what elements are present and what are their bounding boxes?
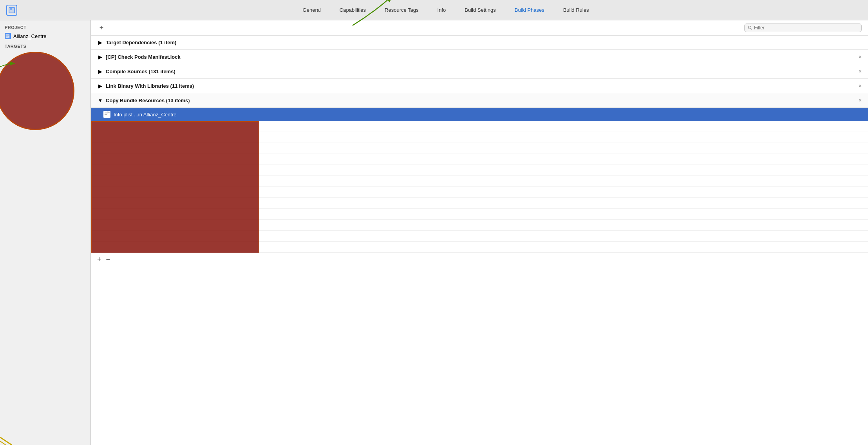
tab-build-settings[interactable]: Build Settings [455, 4, 505, 16]
project-name: Allianz_Centre [13, 33, 47, 39]
empty-row [91, 132, 868, 143]
chevron-right-icon: ▶ [97, 40, 103, 45]
annotation-circle-sidebar [0, 52, 74, 130]
svg-rect-2 [10, 8, 12, 10]
chevron-down-icon: ▼ [97, 98, 103, 103]
phase-row-compile-sources[interactable]: ▶ Compile Sources (131 items) × [91, 64, 868, 79]
empty-row [91, 143, 868, 154]
svg-rect-5 [6, 35, 9, 36]
project-section-label: PROJECT [0, 24, 90, 31]
phase-title: Target Dependencies (1 item) [106, 40, 176, 45]
nav-tabs: General Capabilities Resource Tags Info … [30, 4, 862, 16]
empty-row [91, 209, 868, 220]
tab-build-rules[interactable]: Build Rules [554, 4, 599, 16]
empty-row [91, 198, 868, 209]
tab-resource-tags[interactable]: Resource Tags [375, 4, 428, 16]
empty-row [91, 154, 868, 165]
empty-row [91, 231, 868, 242]
remove-item-button[interactable]: − [106, 255, 110, 264]
phase-close-button[interactable]: × [859, 68, 862, 74]
empty-row [91, 121, 868, 132]
filter-icon [748, 25, 752, 30]
tab-general[interactable]: General [293, 4, 330, 16]
top-nav-bar: General Capabilities Resource Tags Info … [0, 0, 868, 20]
add-phase-button[interactable]: + [97, 24, 106, 32]
add-item-button[interactable]: + [97, 255, 101, 264]
phase-title: [CP] Check Pods Manifest.lock [106, 54, 181, 60]
sidebar: PROJECT Allianz_Centre TARGETS [0, 20, 91, 445]
svg-rect-11 [105, 112, 108, 112]
main-layout: PROJECT Allianz_Centre TARGETS [0, 20, 868, 445]
bottom-toolbar: + − [91, 253, 868, 266]
svg-rect-7 [6, 37, 8, 37]
svg-point-8 [749, 26, 751, 29]
selected-item-row[interactable]: Info.plist ...in Allianz_Centre [91, 108, 868, 121]
phase-row-target-deps[interactable]: ▶ Target Dependencies (1 item) [91, 36, 868, 50]
filter-input[interactable] [754, 25, 858, 31]
tab-build-phases[interactable]: Build Phases [505, 4, 554, 16]
phase-title: Link Binary With Libraries (11 items) [106, 83, 194, 89]
plist-file-icon [103, 111, 110, 118]
phase-row-link-binary[interactable]: ▶ Link Binary With Libraries (11 items) … [91, 79, 868, 93]
selected-item-label: Info.plist ...in Allianz_Centre [114, 112, 176, 118]
phase-title: Copy Bundle Resources (13 items) [106, 98, 190, 103]
chevron-right-icon: ▶ [97, 83, 103, 89]
chevron-right-icon: ▶ [97, 69, 103, 74]
chevron-right-icon: ▶ [97, 54, 103, 60]
empty-row [91, 242, 868, 253]
content-toolbar: + [91, 20, 868, 36]
svg-rect-14 [105, 114, 107, 115]
project-file-icon [5, 33, 11, 39]
empty-row [91, 220, 868, 231]
empty-row [91, 165, 868, 176]
targets-section-label: TARGETS [0, 41, 90, 50]
empty-row [91, 187, 868, 198]
xcode-icon [6, 5, 17, 16]
phase-row-check-pods[interactable]: ▶ [CP] Check Pods Manifest.lock × [91, 50, 868, 64]
svg-rect-13 [105, 114, 108, 114]
sidebar-project-item[interactable]: Allianz_Centre [0, 31, 90, 41]
phase-title: Compile Sources (131 items) [106, 69, 175, 74]
phase-close-button[interactable]: × [859, 83, 862, 89]
phase-row-copy-bundle[interactable]: ▼ Copy Bundle Resources (13 items) × [91, 93, 868, 108]
svg-line-9 [751, 29, 752, 30]
svg-rect-6 [6, 36, 9, 36]
content-area: + ▶ Target Dependencies (1 item) ▶ [CP] … [91, 20, 868, 445]
tab-capabilities[interactable]: Capabilities [330, 4, 375, 16]
phase-close-button[interactable]: × [859, 97, 862, 103]
filter-box [744, 24, 862, 32]
tab-info[interactable]: Info [428, 4, 456, 16]
empty-row [91, 176, 868, 187]
phase-close-button[interactable]: × [859, 54, 862, 60]
